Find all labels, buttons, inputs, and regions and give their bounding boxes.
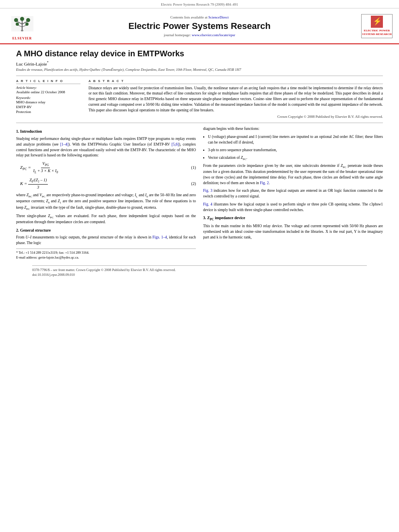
page-footer: 0378-7796/$ – see front matter. Crown Co… [32, 265, 367, 277]
equation-2-formula: K = Z0/(Z1 – 1)3 [20, 177, 184, 190]
equation-1-block: ZPC = VPGIL + 3 × K × I0 (1) [20, 161, 196, 175]
section-3-title: 3. ZPC impedance device [203, 215, 383, 222]
keywords-label: Keywords: [16, 96, 80, 100]
journal-homepage-line: journal homepage: www.elsevier.com/locat… [44, 33, 355, 37]
journal-reference-bar: Electric Power Systems Research 79 (2009… [0, 0, 399, 8]
footnote-email-label: E-mail address: [16, 255, 38, 259]
journal-header: ELSEVIER Contents lists available at Sci… [0, 8, 399, 44]
article-meta-section: A R T I C L E I N F O Article history: A… [16, 79, 383, 119]
sciencedirect-link[interactable]: ScienceDirect [208, 15, 228, 19]
history-label: Article history: [16, 86, 80, 90]
journal-ref-text: Electric Power Systems Research 79 (2009… [161, 2, 238, 6]
epsr-logo-icon: ⚡ [371, 16, 383, 28]
elsevier-tree-icon [11, 16, 33, 31]
svg-point-6 [14, 18, 18, 22]
divider-2 [16, 123, 383, 123]
section-2-title: 2. General structure [16, 228, 196, 234]
homepage-url[interactable]: www.elsevier.com/locate/epsr [192, 33, 235, 37]
body-right-column: diagram begins with these functions: U (… [203, 126, 383, 261]
s1-paragraph-3: Three single-phase ZPC values are evalua… [16, 214, 196, 225]
footnote-star-note: * Tel.: +1 514 289 2211x3119; fax: +1 51… [16, 249, 196, 260]
available-online: Available online 22 October 2008 [16, 90, 80, 94]
body-columns: 1. Introduction Studying relay performan… [16, 126, 383, 261]
footer-issn: 0378-7796/$ – see front matter. Crown Co… [32, 268, 367, 272]
ref-fig4[interactable]: Fig. 4 [203, 202, 212, 206]
s2-paragraph-1: From U–I measurements to logic outputs, … [16, 235, 196, 246]
abstract-title: A B S T R A C T [88, 79, 383, 84]
article-title: A MHO distance relay device in EMTPWorks [16, 49, 383, 58]
elsevier-label: ELSEVIER [12, 37, 32, 40]
equation-1-formula: ZPC = VPGIL + 3 × K × I0 [20, 161, 184, 175]
article-info-title: A R T I C L E I N F O [16, 79, 80, 84]
bullet-list: U (voltage) phase-ground and I (current)… [208, 134, 383, 161]
equation-1-number: (1) [184, 165, 196, 171]
bullet-item-2: 3-ph to zero sequence phasor transformat… [208, 148, 383, 153]
svg-text:⚡: ⚡ [373, 17, 382, 26]
svg-point-9 [16, 23, 19, 26]
svg-point-10 [25, 23, 29, 26]
sciencedirect-line: Contents lists available at ScienceDirec… [44, 15, 355, 19]
right-col-paragraph-2: Fig. 3 indicates how for each phase, the… [203, 188, 383, 199]
body-left-column: 1. Introduction Studying relay performan… [16, 126, 196, 261]
right-logo-line1: ELECTRIC POWER [364, 29, 390, 33]
ref-link-5-6[interactable]: [5,6] [171, 142, 179, 146]
journal-center-info: Contents lists available at ScienceDirec… [40, 15, 359, 37]
ref-fig3[interactable]: Fig. 3 [203, 189, 212, 193]
homepage-text: journal homepage: [164, 33, 191, 37]
journal-title: Electric Power Systems Research [44, 21, 355, 31]
epsr-logo-image: ⚡ [371, 16, 383, 28]
ref-link-1-4[interactable]: [1–4] [60, 142, 69, 146]
section-1-title: 1. Introduction [16, 129, 196, 135]
abstract-panel: A B S T R A C T Distance relays are wide… [88, 79, 383, 119]
divider-1 [16, 76, 383, 76]
svg-point-11 [21, 30, 23, 31]
equation-2-number: (2) [184, 181, 196, 187]
bullet-item-3: Vector calculation of ZPC. [208, 155, 383, 161]
contents-text: Contents lists available at [171, 15, 208, 19]
s1-paragraph-1: Studying relay performance during single… [16, 136, 196, 158]
author-symbol: * [47, 61, 49, 64]
keyword-3: Protection [16, 110, 80, 114]
right-col-diagram-intro: diagram begins with these functions: [203, 126, 383, 132]
right-logo-line2: SYSTEMS RESEARCH [362, 33, 391, 36]
equation-2-block: K = Z0/(Z1 – 1)3 (2) [20, 177, 196, 190]
keyword-2: EMTP-RV [16, 105, 80, 109]
elsevier-logo [6, 12, 38, 36]
footnote-email: E-mail address: gerin-lajoie.luc@hydro.q… [16, 255, 196, 260]
s3-paragraph-1: This is the main routine in this MHO rel… [203, 224, 383, 240]
bullet-item-1: U (voltage) phase-ground and I (current)… [208, 134, 383, 146]
ref-figs-1-4[interactable]: Figs. 1–4 [152, 235, 167, 239]
abstract-text: Distance relays are widely used for prot… [88, 86, 383, 113]
footnote-tel: * Tel.: +1 514 289 2211x3119; fax: +1 51… [16, 250, 196, 255]
svg-point-7 [26, 18, 30, 22]
ref-fig2[interactable]: Fig. 2 [260, 181, 269, 185]
footer-doi: doi:10.1016/j.epsr.2008.09.010 [32, 273, 367, 277]
author-name-text: Luc Gérin-Lajoie [16, 62, 47, 66]
journal-right-logo: ⚡ ELECTRIC POWER SYSTEMS RESEARCH [359, 14, 395, 38]
right-col-paragraph-1: From the parameters circle impedance giv… [203, 163, 383, 186]
keyword-1: MHO distance relay [16, 100, 80, 104]
author-name: Luc Gérin-Lajoie* [16, 61, 383, 66]
article-info-panel: A R T I C L E I N F O Article history: A… [16, 79, 80, 119]
elsevier-logo-area: ELSEVIER [4, 12, 40, 40]
svg-point-8 [20, 17, 24, 21]
footnote-email-address[interactable]: gerin-lajoie.luc@hydro.qc.ca. [38, 255, 79, 259]
s1-paragraph-2: where ZPC and VPC are respectively phase… [16, 193, 196, 211]
author-affiliation: Etudes de reseaux, Planification des act… [16, 68, 383, 72]
epsr-logo-box: ⚡ ELECTRIC POWER SYSTEMS RESEARCH [361, 14, 393, 38]
article-content: A MHO distance relay device in EMTPWorks… [0, 44, 399, 281]
page: Electric Power Systems Research 79 (2009… [0, 0, 399, 532]
right-col-paragraph-3: Fig. 4 illustrates how the logical outpu… [203, 202, 383, 213]
copyright-line: Crown Copyright © 2008 Published by Else… [88, 115, 383, 119]
